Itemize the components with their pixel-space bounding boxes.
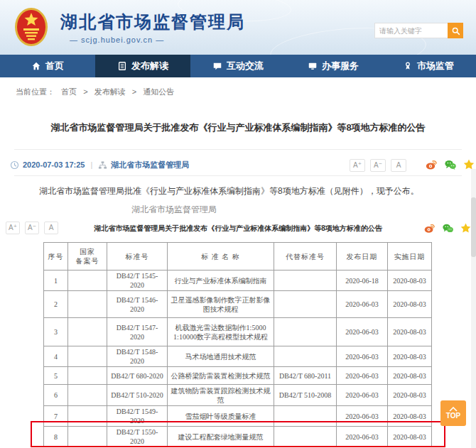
meta-separator: | (90, 160, 92, 169)
cell-replaced-no (274, 346, 337, 367)
cell-standard-name: 公路桥梁防雷装置检测技术规范 (168, 367, 274, 385)
cell-seq: 7 (44, 406, 68, 427)
document-icon (117, 61, 127, 71)
cell-standard-no: DB42/T 1548-2020 (107, 346, 168, 367)
cell-impl-date: 2020-08-03 (388, 271, 432, 291)
attachment-title: 湖北省市场监督管理局关于批准发布《行业与产业标准体系编制指南》等8项地方标准的公… (71, 224, 405, 234)
search-button[interactable] (448, 23, 463, 38)
chevron-up-icon (449, 407, 458, 412)
cell-publish-date: 2020-06-18 (337, 271, 388, 291)
nav-item-publications[interactable]: 发布解读 (95, 55, 190, 77)
cell-record-no (68, 271, 107, 291)
cell-standard-name: 马术场地通用技术规范 (168, 346, 274, 367)
nav-item-market-regulation[interactable]: 市场监管 (381, 55, 476, 77)
nav-item-home[interactable]: 首页 (0, 55, 95, 77)
cell-record-no (68, 367, 107, 385)
breadcrumb: 当前位置： 首页 > 发布解读 > 通知公告 (16, 87, 178, 97)
breadcrumb-separator: > (132, 87, 136, 96)
top-button-label: TOP (446, 413, 460, 420)
font-smaller-button[interactable]: A⁻ (370, 159, 386, 172)
cell-publish-date: 2020-06-03 (337, 385, 388, 406)
page: 湖北省市场监督管理局 — scjg.hubei.gov.cn — 首页 发布解读 (0, 0, 476, 448)
table-header-row: 序号 国家 备案号 标准号 标 准 名 称 代替标准号 发布日期 实施日期 (44, 243, 432, 271)
cell-impl-date: 2020-08-03 (388, 406, 432, 427)
article-source: 湖北省市场监督管理局 (111, 160, 189, 170)
wechat-share-icon[interactable] (442, 222, 454, 234)
cell-seq: 2 (44, 291, 68, 318)
cell-publish-date: 2020-06-03 (337, 318, 388, 346)
source-sitemap-icon (98, 160, 107, 170)
cell-replaced-no (274, 427, 337, 447)
back-to-top-button[interactable]: TOP (440, 400, 466, 426)
nav-item-interaction[interactable]: 互动交流 (190, 55, 286, 77)
wechat-share-icon[interactable] (444, 158, 457, 171)
font-reset-button[interactable]: A (391, 159, 406, 172)
cell-replaced-no (274, 318, 337, 346)
cell-replaced-no (274, 406, 337, 427)
weibo-share-icon[interactable] (425, 158, 438, 171)
article-meta: 2020-07-03 17:25 | 湖北省市场监督管理局 (10, 158, 189, 172)
nav-item-label: 互动交流 (227, 60, 264, 72)
cell-standard-no: DB42/T 1549-2020 (107, 406, 168, 427)
cell-replaced-no: DB42/T 510-2008 (274, 385, 337, 406)
cell-standard-no: DB42/T 1547-2020 (107, 318, 168, 346)
scrollbar-thumb[interactable] (471, 197, 476, 257)
breadcrumb-section[interactable]: 发布解读 (94, 87, 126, 96)
nav-item-label: 办事服务 (322, 60, 359, 72)
article-signature: 湖北省市场监督管理局 (131, 204, 217, 216)
cell-standard-no: DB42/T 1550-2020 (107, 427, 168, 447)
publish-date: 2020-07-03 17:25 (23, 160, 85, 169)
search-icon (451, 26, 460, 35)
cell-replaced-no (274, 291, 337, 318)
cell-impl-date: 2020-08-03 (388, 318, 432, 346)
breadcrumb-separator: > (83, 87, 87, 96)
national-emblem-logo (14, 7, 48, 47)
table-row: 6 DB42/T 510-2020 建筑物防雷装置跟踪检测技术规范 DB42/T… (44, 385, 432, 406)
main-nav: 首页 发布解读 互动交流 办事服务 市场监管 (0, 55, 476, 77)
cell-impl-date: 2020-08-03 (388, 367, 432, 385)
table-row: 3 DB42/T 1547-2020 机载激光雷达数据制作1:5000 1:10… (44, 318, 432, 346)
divider (14, 175, 462, 176)
clock-icon (10, 160, 19, 170)
cell-publish-date: 2020-06-03 (337, 406, 388, 427)
cell-replaced-no: DB42/T 680-2011 (274, 367, 337, 385)
favorite-star-icon[interactable] (460, 222, 472, 234)
breadcrumb-current[interactable]: 通知公告 (143, 87, 174, 96)
cell-impl-date: 2020-08-03 (388, 427, 432, 447)
breadcrumb-home[interactable]: 首页 (61, 87, 77, 96)
search-input[interactable] (374, 23, 448, 38)
article-title: 湖北省市场监督管理局关于批准发布《行业与产业标准体系编制指南》等8项地方标准的公… (21, 121, 455, 134)
cell-standard-name: 行业与产业标准体系编制指南 (168, 271, 274, 291)
cell-record-no (68, 318, 107, 346)
site-url: — scjg.hubei.gov.cn — (70, 35, 164, 44)
col-header-seq: 序号 (44, 243, 68, 271)
table-row: 1 DB42/T 1545-2020 行业与产业标准体系编制指南 2020-06… (44, 271, 432, 291)
cell-impl-date: 2020-08-03 (388, 291, 432, 318)
table-row: 7 DB42/T 1549-2020 雪茄烟叶等级质量标准 2020-06-03… (44, 406, 432, 427)
cell-record-no (68, 406, 107, 427)
col-header-publish-date: 发布日期 (337, 243, 388, 271)
attachment-font-reset-button[interactable]: A (44, 222, 58, 234)
cell-publish-date: 2020-06-03 (337, 427, 388, 447)
scrollbar[interactable] (471, 169, 476, 448)
cell-standard-no: DB42/T 680-2020 (107, 367, 168, 385)
nav-item-label: 市场监管 (417, 60, 454, 72)
attachment-font-smaller-button[interactable]: A⁻ (25, 222, 39, 234)
cell-record-no (68, 346, 107, 367)
cell-impl-date: 2020-08-03 (388, 346, 432, 367)
cell-seq: 8 (44, 427, 68, 447)
cell-standard-name: 卫星遥感影像制作数字正射影像图技术规程 (168, 291, 274, 318)
nav-item-services[interactable]: 办事服务 (286, 55, 381, 77)
attachment-font-larger-button[interactable]: A⁺ (6, 222, 20, 234)
weibo-share-icon[interactable] (423, 222, 436, 234)
col-header-standard-name: 标 准 名 称 (168, 243, 274, 271)
standards-table: 序号 国家 备案号 标准号 标 准 名 称 代替标准号 发布日期 实施日期 1 … (43, 242, 432, 447)
search-bar (374, 23, 463, 38)
cell-seq: 3 (44, 318, 68, 346)
site-title: 湖北省市场监督管理局 (60, 11, 245, 33)
table-row: 2 DB42/T 1546-2020 卫星遥感影像制作数字正射影像图技术规程 2… (44, 291, 432, 318)
col-header-replaced-no: 代替标准号 (274, 243, 337, 271)
cell-standard-no: DB42/T 1546-2020 (107, 291, 168, 318)
font-larger-button[interactable]: A⁺ (350, 159, 365, 172)
cell-standard-name: 机载激光雷达数据制作1:5000 1:10000数字高程模型技术规程 (168, 318, 274, 346)
